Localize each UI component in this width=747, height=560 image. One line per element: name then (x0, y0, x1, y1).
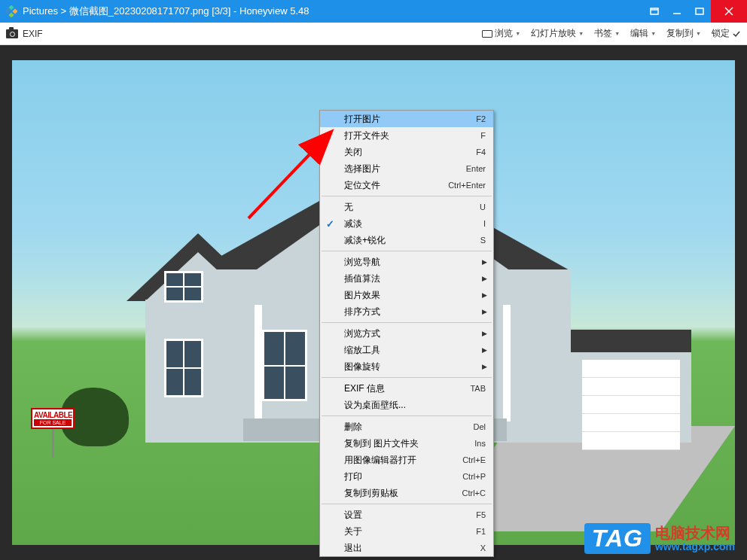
maximize-button[interactable] (688, 0, 711, 23)
menu-item[interactable]: 复制到 图片文件夹Ins (320, 435, 493, 452)
menu-item[interactable]: 打开文件夹F (320, 127, 493, 144)
context-menu: 打开图片F2打开文件夹F关闭F4选择图片Enter定位文件Ctrl+Enter无… (319, 110, 494, 557)
menu-item[interactable]: 选择图片Enter (320, 160, 493, 177)
fullscreen-button[interactable] (643, 0, 666, 23)
svg-rect-0 (8, 5, 14, 11)
menu-item-label: 设为桌面壁纸... (344, 399, 486, 412)
submenu-arrow-icon: ▶ (482, 363, 487, 370)
menu-item[interactable]: 排序方式▶ (320, 303, 493, 320)
menu-item-shortcut: U (480, 202, 486, 212)
bookmark-menu[interactable]: 书签▼ (594, 27, 620, 40)
menu-item-shortcut: S (480, 236, 486, 245)
menu-item[interactable]: 退出X (320, 540, 493, 556)
menu-item-label: 浏览导航 (344, 256, 486, 269)
menu-item[interactable]: 定位文件Ctrl+Enter (320, 177, 493, 193)
menu-item[interactable]: 删除Del (320, 418, 493, 435)
menu-item[interactable]: 图像旋转▶ (320, 358, 493, 375)
menu-item-shortcut: Ins (474, 439, 486, 448)
menu-item[interactable]: 设置F5 (320, 507, 493, 523)
menu-item-label: 选择图片 (344, 163, 466, 175)
exif-button[interactable]: EXIF (23, 29, 43, 39)
menu-item-label: 退出 (344, 542, 480, 555)
screen-icon (482, 30, 492, 38)
menu-item[interactable]: 设为桌面壁纸... (320, 397, 493, 413)
submenu-arrow-icon: ▶ (482, 275, 487, 282)
menu-item-shortcut: Del (473, 422, 486, 431)
menu-item[interactable]: 关闭F4 (320, 144, 493, 160)
submenu-arrow-icon: ▶ (482, 258, 487, 266)
menu-item[interactable]: 打开图片F2 (320, 111, 493, 127)
menu-item-label: 图片效果 (344, 289, 486, 302)
menu-separator (322, 196, 492, 196)
menu-item-label: 浏览方式 (344, 327, 486, 340)
menu-item-label: 无 (344, 201, 480, 214)
svg-rect-1 (12, 8, 17, 14)
menu-item-label: 打印 (344, 470, 462, 483)
browse-menu[interactable]: 浏览▼ (482, 27, 520, 40)
menu-item-label: 打开图片 (344, 113, 476, 126)
menu-item[interactable]: 缩放工具▶ (320, 342, 493, 358)
menu-item[interactable]: ✓减淡I (320, 215, 493, 232)
chevron-down-icon: ▼ (651, 31, 656, 36)
menu-item[interactable]: 打印Ctrl+P (320, 468, 493, 485)
menu-separator (322, 322, 492, 323)
window-title: Pictures > 微信截图_20230208171707.png [3/3]… (23, 5, 643, 18)
toolbar: EXIF 浏览▼ 幻灯片放映▼ 书签▼ 编辑▼ 复制到▼ 锁定 (0, 23, 747, 45)
menu-item-label: 设置 (344, 509, 476, 522)
edit-menu[interactable]: 编辑▼ (630, 27, 656, 40)
menu-item-label: 打开文件夹 (344, 129, 480, 142)
submenu-arrow-icon: ▶ (482, 308, 487, 315)
check-icon: ✓ (326, 218, 334, 230)
svg-rect-7 (696, 8, 703, 14)
menu-item[interactable]: 浏览方式▶ (320, 325, 493, 342)
menu-item-shortcut: I (483, 219, 486, 228)
menu-item[interactable]: 关于F1 (320, 523, 493, 540)
watermark-tag: TAG (584, 523, 651, 554)
submenu-arrow-icon: ▶ (482, 291, 487, 299)
menu-item-shortcut: F2 (476, 114, 486, 123)
menu-item[interactable]: 复制到剪贴板Ctrl+C (320, 485, 493, 501)
menu-item[interactable]: 用图像编辑器打开Ctrl+E (320, 452, 493, 468)
watermark-cn: 电脑技术网 (655, 525, 735, 541)
menu-item-label: 删除 (344, 421, 473, 434)
menu-item-label: EXIF 信息 (344, 382, 470, 395)
window-controls (643, 0, 747, 23)
menu-item-shortcut: Enter (466, 164, 486, 173)
menu-item[interactable]: EXIF 信息TAB (320, 380, 493, 397)
menu-separator (322, 504, 492, 504)
menu-item-shortcut: F5 (476, 510, 486, 519)
camera-icon[interactable] (6, 29, 18, 38)
menu-item-shortcut: Ctrl+C (462, 488, 486, 498)
menu-item[interactable]: 无U (320, 199, 493, 215)
submenu-arrow-icon: ▶ (482, 346, 487, 354)
svg-rect-3 (8, 12, 14, 17)
slideshow-menu[interactable]: 幻灯片放映▼ (531, 27, 584, 40)
menu-item[interactable]: 图片效果▶ (320, 287, 493, 303)
lock-menu[interactable]: 锁定 (712, 27, 741, 40)
menu-item[interactable]: 浏览导航▶ (320, 254, 493, 270)
menu-item[interactable]: 插值算法▶ (320, 270, 493, 287)
copyto-menu[interactable]: 复制到▼ (666, 27, 701, 40)
menu-item-shortcut: F4 (476, 148, 486, 157)
svg-rect-2 (5, 8, 11, 14)
menu-item-shortcut: Ctrl+E (462, 455, 486, 464)
menu-item-shortcut: Ctrl+P (462, 472, 486, 481)
menu-item-label: 图像旋转 (344, 361, 486, 373)
watermark: TAG 电脑技术网 www.tagxp.com (584, 523, 735, 554)
image-viewer[interactable]: AVAILABLE FOR SALE 打开图片F2打开文件夹F关闭F4选择图片E… (0, 45, 747, 560)
menu-item[interactable]: 减淡+锐化S (320, 232, 493, 248)
menu-item-shortcut: F (480, 131, 486, 140)
menu-item-shortcut: F1 (476, 527, 486, 536)
menu-item-label: 插值算法 (344, 272, 486, 285)
menu-item-shortcut: TAB (470, 384, 486, 393)
menu-item-label: 缩放工具 (344, 344, 486, 357)
menu-item-label: 关闭 (344, 146, 476, 159)
close-button[interactable] (711, 0, 747, 23)
minimize-button[interactable] (666, 0, 688, 23)
menu-item-label: 复制到 图片文件夹 (344, 437, 474, 450)
menu-item-label: 减淡+锐化 (344, 234, 480, 247)
menu-item-shortcut: X (480, 543, 486, 552)
chevron-down-icon: ▼ (696, 31, 701, 36)
for-sale-sign: AVAILABLE FOR SALE (31, 408, 75, 462)
app-icon (5, 5, 18, 18)
